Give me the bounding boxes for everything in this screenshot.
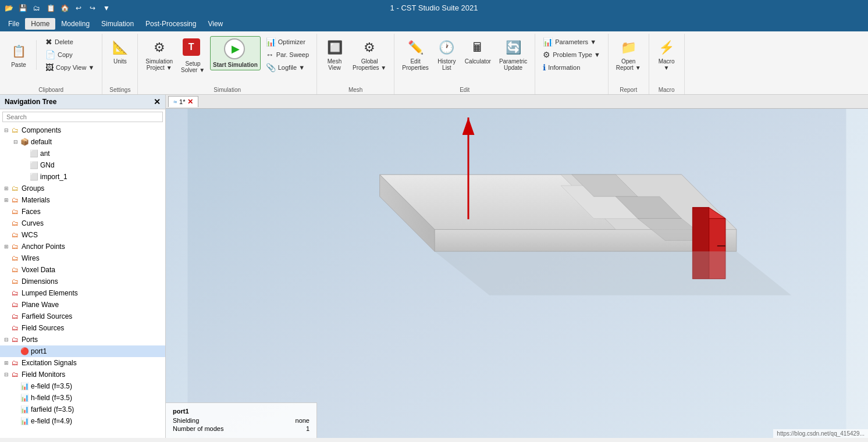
tree-icon-farfield-3-5: 📊 (20, 405, 29, 414)
tree-item-faces[interactable]: 🗂Faces (0, 206, 165, 218)
start-simulation-button[interactable]: ▶ Start Simulation (210, 36, 261, 70)
tree-icon-import1: ⬜ (29, 172, 38, 181)
tree-item-gnd[interactable]: ⬜GNd (0, 159, 165, 171)
tree-item-components[interactable]: ⊟🗂Components (0, 124, 165, 136)
parametric-update-button[interactable]: 🔄 Parametric Update (496, 36, 530, 73)
copy-view-button[interactable]: 🖼 Copy View ▼ (42, 62, 97, 73)
menu-simulation[interactable]: Simulation (95, 18, 140, 30)
global-properties-button[interactable]: ⚙ Global Properties ▼ (350, 36, 389, 73)
tree-label-excitation-signals: Excitation Signals (22, 359, 77, 367)
tree-item-lumped-elements[interactable]: 🗂Lumped Elements (0, 287, 165, 299)
tree-item-farfield-sources[interactable]: 🗂Farfield Sources (0, 311, 165, 322)
viewport[interactable]: port1 Shielding none Number of modes 1 h… (166, 109, 868, 438)
tree-icon-hfield-3-5: 📊 (20, 393, 29, 402)
tree-label-components: Components (22, 126, 61, 134)
macro-button[interactable]: ⚡ Macro ▼ (654, 36, 680, 73)
tree-expand-field-monitors[interactable]: ⊟ (2, 370, 10, 379)
nav-search-input[interactable] (2, 112, 163, 122)
tree-item-excitation-signals[interactable]: ⊞🗂Excitation Signals (0, 357, 165, 369)
tree-item-default[interactable]: ⊟📦default (0, 136, 165, 148)
nav-tree-close-icon[interactable]: ✕ (154, 97, 161, 106)
calculator-button[interactable]: 🖩 Calculator (462, 36, 494, 67)
qa-clip-icon[interactable]: 📋 (45, 2, 56, 14)
tree-icon-gnd: ⬜ (29, 161, 38, 170)
tree-expand-default[interactable]: ⊟ (12, 138, 20, 146)
delete-icon: ✖ (45, 37, 52, 47)
tree-item-materials[interactable]: ⊞🗂Materials (0, 194, 165, 206)
qa-open-icon[interactable]: 📂 (3, 2, 15, 14)
qa-undo-icon[interactable]: ↩ (73, 2, 84, 14)
tree-item-wires[interactable]: 🗂Wires (0, 252, 165, 264)
setup-solver-button[interactable]: T Setup Solver ▼ (178, 36, 208, 76)
edit-properties-button[interactable]: ✏️ Edit Properties (399, 36, 432, 73)
tree-item-field-monitors[interactable]: ⊟🗂Field Monitors (0, 369, 165, 380)
menu-modeling[interactable]: Modeling (55, 18, 95, 30)
tree-item-dimensions[interactable]: 🗂Dimensions (0, 276, 165, 287)
qa-folder-icon[interactable]: 🗂 (31, 2, 42, 14)
tree-label-lumped-elements: Lumped Elements (22, 289, 78, 297)
tree-item-port1[interactable]: 🔴port1 (0, 345, 165, 357)
tree-item-field-sources[interactable]: 🗂Field Sources (0, 322, 165, 334)
tree-label-port1: port1 (31, 347, 47, 355)
qa-home-icon[interactable]: 🏠 (59, 2, 70, 14)
history-list-button[interactable]: 🕐 History List (434, 36, 460, 73)
menu-post-processing[interactable]: Post-Processing (140, 18, 202, 30)
tree-expand-materials[interactable]: ⊞ (2, 196, 10, 204)
delete-button[interactable]: ✖ Delete (42, 36, 97, 48)
simulation-project-button[interactable]: ⚙ Simulation Project ▼ (143, 36, 176, 73)
tree-item-ant[interactable]: ⬜ant (0, 148, 165, 159)
menu-file[interactable]: File (2, 18, 25, 30)
problem-type-icon: ⚙ (543, 50, 550, 59)
tree-label-field-sources: Field Sources (22, 324, 64, 332)
mesh-label: Mesh (317, 87, 394, 93)
tree-item-anchor-points[interactable]: ⊞🗂Anchor Points (0, 241, 165, 252)
tree-item-farfield-3-5[interactable]: 📊farfield (f=3.5) (0, 404, 165, 415)
menu-view[interactable]: View (202, 18, 229, 30)
parameters-button[interactable]: 📊 Parameters ▼ (540, 36, 603, 48)
tree-item-efield-3-5[interactable]: 📊e-field (f=3.5) (0, 380, 165, 392)
start-simulation-icon: ▶ (224, 38, 246, 60)
qa-dropdown-icon[interactable]: ▼ (101, 2, 112, 14)
tree-item-voxel-data[interactable]: 🗂Voxel Data (0, 264, 165, 276)
tree-item-groups[interactable]: ⊞🗂Groups (0, 183, 165, 194)
tree-expand-groups[interactable]: ⊞ (2, 184, 10, 193)
logfile-button[interactable]: 📎 Logfile ▼ (263, 62, 312, 73)
paste-button[interactable]: 📋 Paste (5, 40, 33, 70)
ribbon-group-macro: ⚡ Macro ▼ Macro (649, 34, 685, 94)
tree-expand-dimensions (2, 277, 10, 286)
tab-1[interactable]: ≈ 1* ✕ (168, 96, 198, 107)
qa-redo-icon[interactable]: ↪ (87, 2, 98, 14)
par-sweep-button[interactable]: ↔ Par. Sweep (263, 49, 312, 60)
tree-item-import1[interactable]: ⬜import_1 (0, 171, 165, 183)
macro-label: Macro (649, 87, 684, 93)
open-report-button[interactable]: 📁 Open Report ▼ (613, 36, 644, 73)
quick-access-toolbar[interactable]: 📂 💾 🗂 📋 🏠 ↩ ↪ ▼ (0, 2, 112, 14)
menu-home[interactable]: Home (25, 18, 55, 30)
3d-model-svg (166, 109, 868, 438)
tree-expand-components[interactable]: ⊟ (2, 126, 10, 134)
tree-item-wcs[interactable]: 🗂WCS (0, 229, 165, 241)
copy-button[interactable]: 📄 Copy (42, 49, 97, 60)
mesh-view-button[interactable]: 🔲 Mesh View (322, 36, 347, 73)
tree-expand-field-sources (2, 324, 10, 332)
tree-item-ports[interactable]: ⊟🗂Ports (0, 334, 165, 345)
tree-item-hfield-3-5[interactable]: 📊h-field (f=3.5) (0, 392, 165, 404)
tree-expand-ports[interactable]: ⊟ (2, 336, 10, 344)
tree-label-wcs: WCS (22, 231, 38, 239)
tab-close-icon[interactable]: ✕ (187, 98, 193, 106)
global-properties-icon: ⚙ (360, 38, 379, 57)
app-title: 1 - CST Studio Suite 2021 (390, 0, 478, 16)
problem-type-button[interactable]: ⚙ Problem Type ▼ (540, 49, 603, 60)
optimizer-button[interactable]: 📊 Optimizer (263, 36, 312, 48)
tree-expand-farfield-sources (2, 312, 10, 320)
tree-icon-efield-3-5: 📊 (20, 382, 29, 391)
tree-expand-anchor-points[interactable]: ⊞ (2, 243, 10, 251)
units-button[interactable]: 📐 Units (107, 36, 133, 67)
tree-expand-excitation-signals[interactable]: ⊞ (2, 359, 10, 367)
information-button[interactable]: ℹ Information (540, 62, 603, 73)
tree-item-curves[interactable]: 🗂Curves (0, 218, 165, 229)
tree-item-efield-4-9[interactable]: 📊e-field (f=4.9) (0, 415, 165, 427)
history-list-icon: 🕐 (437, 38, 456, 57)
tree-item-plane-wave[interactable]: 🗂Plane Wave (0, 299, 165, 311)
qa-save-icon[interactable]: 💾 (17, 2, 29, 14)
